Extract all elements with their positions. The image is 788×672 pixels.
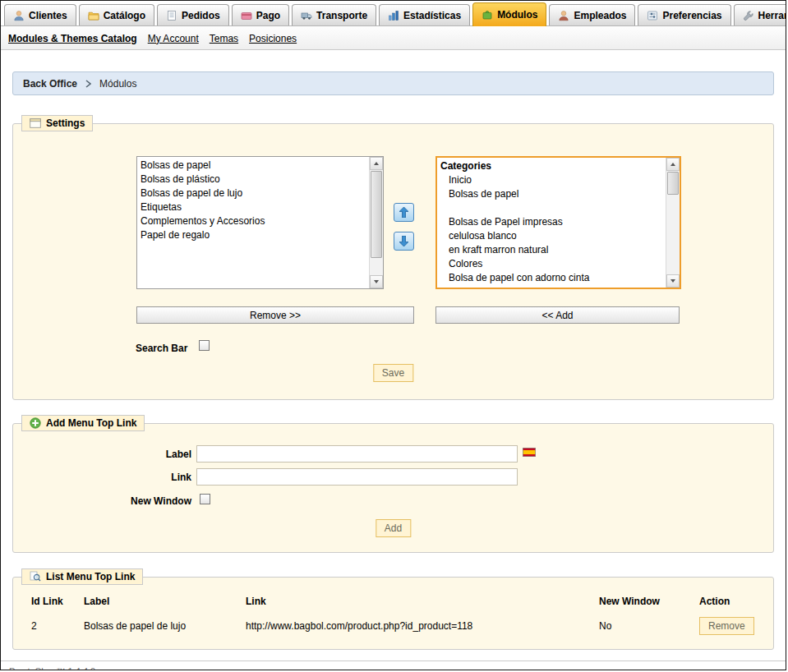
list-item[interactable]: Colores bbox=[437, 257, 666, 271]
list-item[interactable]: Bolsa de papel con adorno cinta bbox=[437, 271, 666, 285]
add-menu-top-link-panel: Add Menu Top Link Label Link New Window … bbox=[12, 423, 774, 553]
list-item[interactable]: Bolsas de Papel impresas bbox=[437, 215, 666, 229]
scroll-up-icon[interactable] bbox=[370, 157, 383, 170]
main-tabbar: Clientes Catálogo Pedidos Pago Transport… bbox=[1, 1, 786, 26]
tab-label: Empleados bbox=[574, 10, 626, 21]
new-window-checkbox[interactable] bbox=[200, 494, 210, 504]
customers-icon bbox=[13, 10, 25, 21]
tab-herramientas[interactable]: Herramientas bbox=[734, 4, 786, 25]
breadcrumb-back-office[interactable]: Back Office bbox=[23, 78, 77, 90]
list-item[interactable] bbox=[437, 201, 666, 215]
list-item[interactable]: Bolsas de papel bbox=[437, 187, 666, 201]
header-new-window: New Window bbox=[599, 589, 699, 612]
settings-legend-label: Settings bbox=[46, 117, 85, 129]
link-field-label: Link bbox=[13, 472, 191, 483]
left-list-scrollbar[interactable] bbox=[369, 157, 383, 288]
tab-label: Módulos bbox=[497, 9, 537, 21]
breadcrumb: Back Office Módulos bbox=[12, 71, 774, 95]
selected-categories-list[interactable]: Categories Inicio Bolsas de papel Bolsas… bbox=[435, 156, 681, 289]
tab-transporte[interactable]: Transporte bbox=[292, 4, 376, 25]
scroll-down-icon[interactable] bbox=[370, 275, 383, 288]
remove-link-button[interactable]: Remove bbox=[699, 617, 754, 635]
header-id-link: Id Link bbox=[31, 589, 84, 612]
settings-legend: Settings bbox=[21, 115, 93, 131]
tab-label: Clientes bbox=[29, 10, 67, 21]
window-icon bbox=[30, 118, 41, 128]
tab-clientes[interactable]: Clientes bbox=[4, 4, 76, 25]
link-input[interactable] bbox=[196, 468, 518, 486]
list-item[interactable]: Bolsas de papel bbox=[137, 159, 369, 173]
remove-category-button[interactable]: Remove >> bbox=[136, 306, 414, 324]
subnav-modules-themes-catalog[interactable]: Modules & Themes Catalog bbox=[8, 33, 137, 44]
list-item[interactable]: Categories bbox=[437, 159, 666, 173]
subnav-posiciones[interactable]: Posiciones bbox=[249, 33, 297, 44]
payment-icon bbox=[241, 10, 252, 21]
tab-catalogo[interactable]: Catálogo bbox=[79, 4, 154, 25]
header-link: Link bbox=[246, 589, 599, 612]
list-menu-top-link-panel: List Menu Top Link Id Link Label Link Ne… bbox=[12, 577, 774, 650]
tab-label: Estadísticas bbox=[403, 10, 461, 21]
tab-modulos[interactable]: Módulos bbox=[472, 2, 546, 26]
search-bar-checkbox[interactable] bbox=[199, 340, 210, 351]
selected-categories-options: Categories Inicio Bolsas de papel Bolsas… bbox=[437, 159, 666, 285]
available-categories-list[interactable]: Bolsas de papel Bolsas de plástico Bolsa… bbox=[136, 156, 384, 289]
label-field-label: Label bbox=[13, 449, 191, 460]
stats-icon bbox=[388, 10, 399, 21]
version-text: PrestaShop™ 1.4.4.0 bbox=[9, 666, 95, 670]
spanish-flag-icon[interactable] bbox=[523, 448, 536, 457]
subnav-temas[interactable]: Temas bbox=[210, 33, 238, 44]
add-menu-link-button[interactable]: Add bbox=[376, 519, 411, 537]
save-button[interactable]: Save bbox=[373, 364, 413, 382]
tab-label: Preferencias bbox=[662, 10, 721, 21]
tab-label: Pedidos bbox=[182, 10, 220, 21]
catalog-icon bbox=[88, 10, 99, 21]
cell-id: 2 bbox=[31, 612, 84, 638]
add-menu-legend: Add Menu Top Link bbox=[21, 415, 145, 431]
add-icon bbox=[30, 417, 41, 429]
list-menu-legend: List Menu Top Link bbox=[21, 568, 143, 585]
subnav-my-account[interactable]: My Account bbox=[148, 33, 199, 44]
scrollbar-thumb[interactable] bbox=[371, 171, 382, 258]
breadcrumb-separator-icon bbox=[85, 80, 91, 88]
scrollbar-thumb[interactable] bbox=[667, 172, 679, 195]
header-action: Action bbox=[699, 589, 755, 612]
search-bar-label: Search Bar bbox=[136, 343, 187, 354]
tab-pedidos[interactable]: Pedidos bbox=[157, 4, 229, 25]
right-list-scrollbar[interactable] bbox=[666, 158, 680, 288]
move-up-button[interactable] bbox=[394, 203, 414, 222]
employees-icon bbox=[558, 10, 569, 21]
list-item[interactable]: Bolsas de papel de lujo bbox=[137, 186, 369, 200]
label-input[interactable] bbox=[196, 445, 518, 463]
module-subnav: Modules & Themes Catalog My Account Tema… bbox=[1, 27, 786, 50]
list-item[interactable]: celulosa blanco bbox=[437, 229, 666, 243]
new-window-label: New Window bbox=[13, 495, 191, 507]
cell-link: http://www.bagbol.com/product.php?id_pro… bbox=[246, 612, 599, 638]
list-item[interactable]: Bolsas de plástico bbox=[137, 173, 369, 186]
magnifier-icon bbox=[30, 571, 41, 582]
add-category-button[interactable]: << Add bbox=[435, 306, 680, 324]
backoffice-page: Clientes Catálogo Pedidos Pago Transport… bbox=[0, 0, 786, 670]
tab-label: Catálogo bbox=[104, 10, 145, 21]
list-item[interactable]: Inicio bbox=[437, 173, 666, 187]
scroll-down-icon[interactable] bbox=[666, 274, 680, 288]
tab-estadisticas[interactable]: Estadísticas bbox=[379, 4, 470, 25]
tab-label: Pago bbox=[256, 10, 280, 21]
table-row: 2 Bolsas de papel de lujo http://www.bag… bbox=[31, 612, 755, 638]
list-item[interactable]: Papel de regalo bbox=[137, 228, 369, 242]
tab-empleados[interactable]: Empleados bbox=[549, 4, 635, 25]
add-menu-legend-label: Add Menu Top Link bbox=[46, 417, 136, 429]
tab-pago[interactable]: Pago bbox=[232, 4, 289, 25]
list-item[interactable]: en kraft marron natural bbox=[437, 243, 666, 257]
settings-panel: Settings Bolsas de papel Bolsas de plást… bbox=[12, 123, 774, 400]
scroll-up-icon[interactable] bbox=[666, 158, 680, 171]
list-menu-legend-label: List Menu Top Link bbox=[46, 571, 135, 582]
tab-preferencias[interactable]: Preferencias bbox=[638, 4, 730, 25]
transport-icon bbox=[301, 10, 312, 21]
list-item[interactable]: Etiquetas bbox=[137, 200, 369, 214]
move-down-button[interactable] bbox=[394, 232, 414, 251]
tools-icon bbox=[743, 10, 754, 21]
version-footer: PrestaShop™ 1.4.4.0 bbox=[1, 660, 786, 670]
list-item[interactable]: Complementos y Accesorios bbox=[137, 214, 369, 228]
header-label: Label bbox=[84, 589, 246, 612]
breadcrumb-current-page: Módulos bbox=[99, 78, 136, 90]
